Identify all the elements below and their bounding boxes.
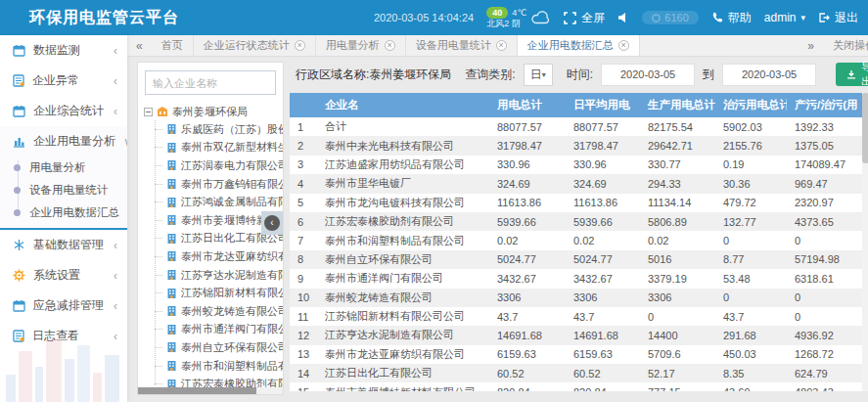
tree-company-node[interactable]: 江苏鸿诚金属制品有限公司: [151, 193, 283, 211]
tree-collapse-icon[interactable]: [144, 108, 153, 116]
tabs-scroll-right-icon[interactable]: »: [799, 39, 823, 53]
sidebar-item-logs[interactable]: 日志查看‹: [0, 321, 127, 351]
tree-company-node[interactable]: 泰州蛟龙铸造有限公司: [151, 302, 283, 321]
sidebar-subitem[interactable]: 用电量分析: [0, 156, 127, 179]
row-index: 13: [290, 345, 317, 364]
company-name-cell: 泰州蛟龙铸造有限公司: [317, 289, 489, 307]
table-row[interactable]: 4泰州市里华电镀厂324.69324.69294.3330.36969.47: [290, 174, 868, 193]
help-button[interactable]: 帮助: [711, 10, 752, 26]
logout-button[interactable]: 退出: [818, 10, 858, 26]
value-cell: 479.72: [715, 194, 787, 212]
tab-3[interactable]: 设备用电量统计×: [406, 35, 518, 56]
sidebar-item-enterprise-abnormal[interactable]: 企业异常‹: [0, 66, 127, 96]
tree-company-node[interactable]: 泰州市通洋阀门有限公司: [151, 321, 283, 339]
row-index: 5: [290, 194, 317, 212]
company-icon: [166, 305, 177, 317]
tree-root-node[interactable]: 泰州姜堰环保局: [144, 103, 283, 120]
value-cell: 29642.71: [640, 136, 715, 155]
table-row[interactable]: 13泰州市龙达亚麻纺织有限公司6159.636159.635709.6450.0…: [290, 345, 868, 364]
gear-icon: [13, 269, 25, 282]
table-row[interactable]: 9泰州市通洋阀门有限公司3432.673432.673379.1953.4863…: [290, 269, 868, 288]
value-cell: 0.19: [715, 156, 787, 174]
table-row[interactable]: 5泰州市龙沟电镀科技有限公司11613.8611613.8611134.1447…: [290, 194, 868, 212]
value-cell: 14400: [640, 326, 715, 344]
close-icon[interactable]: ×: [295, 40, 305, 51]
tab-4[interactable]: 企业用电数据汇总×: [518, 35, 640, 56]
table-row[interactable]: 15泰州市姜堰博特新材料有限公司820.84820.84777.1543.694…: [290, 382, 868, 391]
table-vertical-scrollbar[interactable]: [862, 93, 868, 391]
close-icon[interactable]: ×: [496, 40, 507, 51]
sidebar-item-enterprise-stats[interactable]: 企业综合统计‹: [0, 96, 127, 126]
table-row[interactable]: 6江苏宏泰橡胶助剂有限公司5939.665939.665806.89132.77…: [290, 212, 868, 231]
company-icon: [166, 324, 177, 335]
tree-company-node[interactable]: 江苏亨达水泥制造有限公司: [151, 266, 283, 285]
tree-company-node[interactable]: 泰州自立环保有限公司: [151, 338, 283, 357]
tab-2[interactable]: 用电量分析×: [316, 35, 406, 56]
value-cell: 5939.66: [489, 212, 566, 231]
calendar-icon: [13, 105, 25, 117]
company-icon: [166, 233, 177, 245]
close-operations-button[interactable]: 关闭操作: [833, 38, 868, 53]
value-cell: 6159.63: [489, 345, 566, 364]
table-row[interactable]: 1合计88077.5788077.5782175.545902.031392.3…: [290, 117, 868, 136]
chevron-left-icon: ‹: [114, 239, 117, 252]
value-cell: 3306: [640, 289, 715, 307]
value-cell: 8.77: [715, 250, 787, 269]
date-to-input[interactable]: [722, 64, 816, 86]
company-name-cell: 江苏宏泰橡胶助剂有限公司: [317, 212, 489, 231]
table-row[interactable]: 11江苏锦阳新材料有限公司公司43.743.7043.70: [290, 307, 868, 326]
tab-home[interactable]: 首页: [152, 35, 194, 56]
value-cell: 132.77: [715, 212, 787, 231]
sidebar-item-system-settings[interactable]: 系统设置‹: [0, 260, 127, 290]
column-header: 企业名: [317, 93, 489, 117]
export-button[interactable]: 导出: [836, 63, 868, 86]
value-cell: 4893.43: [787, 382, 868, 391]
sidebar-subitem[interactable]: 设备用电量统计: [0, 179, 127, 201]
sidebar-item-base-data[interactable]: 基础数据管理‹: [0, 230, 127, 260]
company-icon: [166, 269, 177, 281]
table-row[interactable]: 14江苏日出化工有限公司60.5260.5252.178.35624.79: [290, 364, 868, 382]
value-cell: 2320.97: [787, 194, 868, 212]
close-icon[interactable]: ×: [618, 40, 629, 51]
tree-company-node[interactable]: 乐威医药（江苏）股份有限公司: [151, 120, 283, 139]
value-cell: 6159.63: [566, 345, 640, 364]
tab-1[interactable]: 企业运行状态统计×: [194, 35, 316, 56]
speaker-icon[interactable]: [617, 12, 629, 23]
sidebar-item-label: 数据监测: [33, 42, 106, 59]
tree-company-node[interactable]: 江苏锦阳新材料有限公司公司: [151, 284, 283, 302]
sidebar-item-data-monitor[interactable]: 数据监测‹: [0, 35, 127, 66]
row-index: 14: [290, 364, 317, 382]
company-name-cell: 泰州市龙沟电镀科技有限公司: [317, 194, 489, 212]
sidebar-item-power-analysis[interactable]: 企业用电量分析∨: [0, 126, 127, 156]
search-input[interactable]: [145, 70, 276, 95]
tree-company-node[interactable]: 泰州市双亿新型材料生产有限公司: [151, 139, 283, 157]
value-cell: 4936.92: [787, 326, 868, 344]
table-row[interactable]: 12江苏亨达水泥制造有限公司14691.6814691.6814400291.6…: [290, 326, 868, 344]
username: admin: [764, 11, 797, 24]
query-type-label: 查询类别:: [465, 67, 515, 83]
table-row[interactable]: 8泰州自立环保有限公司5024.775024.7750168.7757194.9…: [290, 250, 868, 269]
table-row[interactable]: 2泰州中来光电科技有限公司31798.4731798.4729642.71215…: [290, 136, 868, 155]
tree-company-node[interactable]: 江苏润泰电力有限公司: [151, 156, 283, 175]
tabs-scroll-left-icon[interactable]: «: [127, 35, 152, 56]
query-type-select[interactable]: 日 ▾: [524, 64, 553, 86]
value-cell: 324.69: [489, 174, 566, 193]
tree-company-node[interactable]: 泰州市万鑫钨钼有限公司: [151, 175, 283, 194]
date-from-input[interactable]: [601, 64, 695, 86]
tree-horizontal-scrollbar[interactable]: [138, 387, 283, 394]
value-cell: 11134.14: [640, 194, 715, 212]
table-row[interactable]: 7泰州市和润塑料制品有限公司0.020.020.0200: [290, 231, 868, 249]
table-row[interactable]: 3江苏迪盛家用纺织品有限公司330.96330.96330.770.191740…: [290, 156, 868, 174]
fullscreen-button[interactable]: 全屏: [564, 10, 605, 26]
tree-collapse-button[interactable]: ‹: [261, 211, 283, 235]
user-menu[interactable]: admin ▾: [764, 11, 805, 24]
table-row[interactable]: 10泰州蛟龙铸造有限公司33063306330600: [290, 289, 868, 307]
calendar-icon: [13, 299, 25, 312]
sidebar-item-emergency[interactable]: 应急减排管理‹: [0, 290, 127, 321]
close-icon[interactable]: ×: [385, 40, 395, 51]
tree-company-node[interactable]: 泰州市龙达亚麻纺织有限公司: [151, 247, 283, 266]
alarm-count-pill[interactable]: 6160: [642, 11, 698, 24]
bullet-dot-icon: [14, 209, 21, 216]
tree-company-node[interactable]: 泰州市和润塑料制品有限公司: [151, 357, 283, 376]
sidebar-subitem[interactable]: 企业用电数据汇总: [0, 201, 127, 224]
